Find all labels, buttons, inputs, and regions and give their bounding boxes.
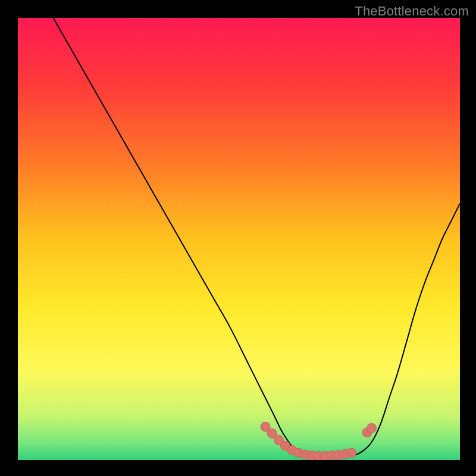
gradient-background — [18, 18, 460, 460]
data-marker — [347, 448, 356, 458]
chart-svg — [18, 18, 460, 460]
data-marker — [367, 424, 376, 433]
chart-frame: TheBottleneck.com — [0, 0, 476, 476]
plot-area — [18, 18, 460, 460]
watermark-text: TheBottleneck.com — [355, 4, 469, 19]
